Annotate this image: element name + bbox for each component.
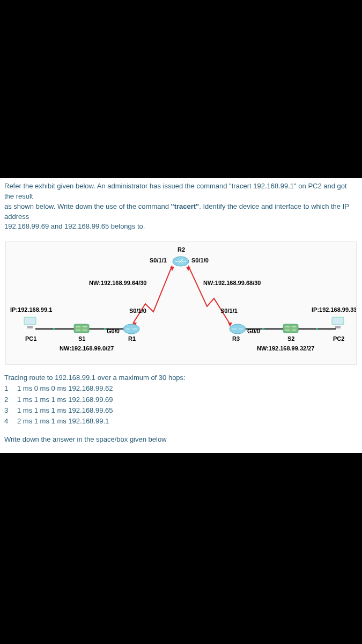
tracert-hop1: 1 1 ms 0 ms 0 ms 192.168.99.62 [4, 383, 358, 394]
label-ip-pc1: IP:192.168.99.1 [10, 306, 52, 313]
svg-point-16 [123, 324, 139, 334]
label-r1-s010: S0/1/0 [129, 308, 146, 314]
hop-num: 2 [4, 394, 12, 405]
pc2-icon [331, 316, 345, 330]
svg-point-4 [53, 328, 55, 330]
q-bold: "tracert" [171, 202, 199, 210]
hop-num: 1 [4, 383, 12, 394]
label-nw-lt: NW:192.168.99.64/30 [89, 280, 146, 286]
label-pc2: PC2 [333, 335, 344, 342]
q-line3: 192.168.99.69 and 192.168.99.65 belongs … [4, 222, 145, 230]
label-nw-rb: NW:192.168.99.32/27 [257, 345, 314, 352]
hop-num: 3 [4, 405, 12, 416]
router-r1-icon [123, 324, 140, 334]
switch-s1-icon [73, 324, 90, 333]
switch-s2-icon [283, 324, 299, 333]
question-text: Refer the exhibit given below. An admini… [4, 181, 358, 232]
hop-text: 1 ms 0 ms 0 ms 192.168.99.62 [17, 383, 113, 394]
tracert-hop2: 2 1 ms 1 ms 1 ms 192.168.99.69 [4, 394, 358, 405]
svg-point-5 [104, 328, 106, 330]
svg-point-17 [230, 324, 246, 334]
network-diagram: R2 S0/1/1 S0/1/0 NW:192.168.99.64/30 NW:… [5, 241, 357, 365]
label-r2-s010: S0/1/0 [191, 257, 209, 264]
q-line1: Refer the exhibit given below. An admini… [4, 182, 347, 200]
question-panel: Refer the exhibit given below. An admini… [0, 178, 362, 453]
svg-rect-13 [24, 317, 36, 325]
label-s2: S2 [287, 335, 294, 342]
label-r3-g00: G0/0 [247, 328, 260, 334]
hop-num: 4 [4, 416, 12, 427]
tracert-hop4: 4 2 ms 1 ms 1 ms 192.168.99.1 [4, 416, 358, 427]
tracert-header: Tracing route to 192.168.99.1 over a max… [4, 372, 358, 383]
label-pc1: PC1 [25, 335, 36, 342]
svg-rect-15 [74, 324, 89, 333]
router-r2-icon [172, 256, 189, 267]
label-ip-pc2: IP:192.168.99.33 [312, 306, 357, 313]
label-r1: R1 [128, 335, 136, 342]
hop-text: 2 ms 1 ms 1 ms 192.168.99.1 [17, 416, 109, 427]
label-r3: R3 [232, 335, 240, 342]
label-nw-lb: NW:192.168.99.0/27 [60, 345, 114, 352]
svg-rect-18 [283, 324, 298, 333]
label-s1: S1 [78, 335, 85, 342]
hop-text: 1 ms 1 ms 1 ms 192.168.99.65 [17, 405, 113, 416]
svg-rect-19 [332, 317, 344, 325]
label-nw-rt: NW:192.168.99.68/30 [203, 280, 261, 286]
label-r2-s011: S0/1/1 [150, 257, 167, 264]
svg-rect-14 [27, 326, 33, 328]
q-line2a: as shown below. Write down the use of th… [4, 202, 171, 210]
pc1-icon [23, 316, 37, 330]
router-r3-icon [229, 324, 246, 334]
label-r2: R2 [178, 246, 185, 253]
svg-point-6 [262, 328, 264, 330]
hop-text: 1 ms 1 ms 1 ms 192.168.99.69 [17, 394, 113, 405]
svg-point-7 [316, 328, 318, 330]
tracert-hop3: 3 1 ms 1 ms 1 ms 192.168.99.65 [4, 405, 358, 416]
tracert-output: Tracing route to 192.168.99.1 over a max… [4, 372, 358, 427]
label-r3-s011: S0/1/1 [220, 308, 238, 314]
svg-rect-20 [335, 326, 341, 328]
label-r1-g00: G0/0 [107, 328, 120, 334]
answer-prompt: Write down the answer in the space/box g… [4, 435, 358, 443]
